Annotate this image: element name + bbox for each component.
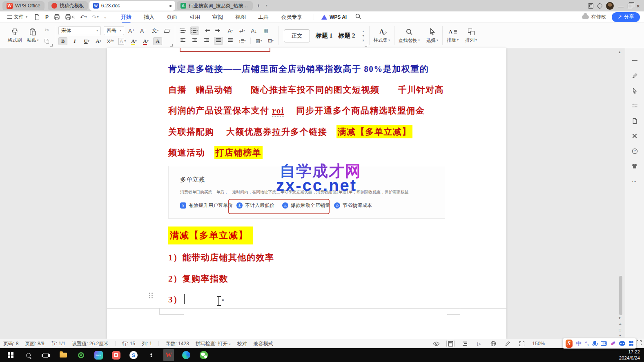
font-color-button[interactable]: A▾	[141, 37, 150, 45]
status-section[interactable]: 节: 1/1	[51, 340, 65, 347]
wps-home-tab[interactable]: W WPS Office	[2, 1, 45, 10]
wps-ai-button[interactable]: WPS AI	[314, 14, 347, 20]
gallery-more-button[interactable]: ▾̲	[363, 39, 364, 42]
next-page-button[interactable]: ⏷	[619, 333, 622, 338]
minimize-button[interactable]	[618, 7, 624, 7]
status-setting[interactable]: 设置值: 26.2厘米	[72, 340, 109, 347]
toolbox-button[interactable]	[630, 131, 640, 141]
highlight-color-button[interactable]: A▾	[129, 37, 138, 45]
asian-layout-button[interactable]: ⇄▾	[238, 27, 247, 35]
browse-object-button[interactable]: ◻	[619, 328, 622, 332]
distribute-button[interactable]	[226, 37, 235, 45]
app-box-icon[interactable]	[597, 2, 603, 9]
sync-status[interactable]: 有修改	[582, 13, 606, 20]
char-border-button[interactable]: A▾	[118, 37, 127, 45]
status-page[interactable]: 页面: 8/9	[25, 340, 44, 347]
ime-voice-button[interactable]	[593, 342, 597, 345]
file-menu-button[interactable]: 文件 ▾	[4, 12, 31, 22]
ime-game-button[interactable]	[619, 341, 625, 346]
sogou-browser-button[interactable]: S	[128, 349, 139, 361]
green-app-button[interactable]	[76, 349, 86, 361]
select-tool-button[interactable]	[630, 86, 640, 95]
save-button[interactable]	[34, 14, 40, 20]
resource-search-button[interactable]	[630, 161, 640, 171]
ime-skin-button[interactable]	[611, 342, 615, 344]
status-proofread[interactable]: 校对	[237, 340, 247, 347]
page-view-button[interactable]	[446, 340, 455, 347]
layout-settings-icon[interactable]	[588, 3, 593, 9]
wechat-button[interactable]	[198, 349, 209, 361]
typeset-button[interactable]: A 排版▾	[443, 24, 462, 47]
start-button[interactable]	[5, 349, 16, 361]
wps-taskbar-button[interactable]: W	[163, 349, 174, 361]
help-button[interactable]	[630, 146, 640, 156]
tab-reference[interactable]: 引用	[189, 12, 201, 22]
group-expand-icon[interactable]	[365, 44, 367, 47]
numbering-button[interactable]: ▾	[190, 27, 199, 35]
scroll-thumb[interactable]	[619, 276, 622, 315]
ime-keyboard-button[interactable]	[601, 341, 607, 346]
undo-button[interactable]: ↶▾	[80, 14, 87, 20]
grow-font-button[interactable]: A⁺	[127, 27, 136, 35]
ime-toolbox-button[interactable]	[629, 341, 634, 346]
edit-mode-button[interactable]	[504, 340, 512, 347]
adjust-tool-button[interactable]	[630, 101, 640, 111]
format-painter-button[interactable]: 格式刷	[6, 25, 24, 47]
char-shading-button[interactable]: A	[153, 37, 162, 45]
previous-page-button[interactable]: ⏶	[619, 322, 622, 326]
settings-button[interactable]	[146, 349, 156, 361]
align-right-button[interactable]	[202, 37, 211, 45]
font-size-select[interactable]: 四号▾	[104, 26, 124, 35]
document-page[interactable]: 肯定是多链接——店铺里面全店动销率指数高于 80%是加权重的 自播 赠品动销 随…	[107, 48, 506, 339]
line-spacing-button[interactable]: ↕▾	[238, 37, 247, 45]
redo-button[interactable]: ↷▾	[92, 14, 99, 20]
sogou-logo-icon[interactable]: S	[566, 340, 573, 348]
customize-quick-access-button[interactable]: ⌄	[104, 15, 107, 19]
tab-view[interactable]: 视图	[234, 12, 247, 22]
paste-button[interactable]: 粘贴▾	[24, 25, 42, 47]
expand-status-button[interactable]	[637, 340, 642, 345]
bold-button[interactable]: B	[58, 37, 67, 45]
export-pdf-button[interactable]: P	[45, 14, 49, 20]
search-command-button[interactable]	[355, 13, 361, 21]
iam-app-button[interactable]: iam	[93, 349, 104, 361]
close-button[interactable]: ×	[636, 3, 640, 9]
bullets-button[interactable]: ▾	[178, 27, 187, 35]
justify-button[interactable]	[214, 37, 223, 45]
tab-grid-button[interactable]: ▦	[261, 27, 270, 35]
file-explorer-button[interactable]	[58, 349, 69, 361]
find-replace-button[interactable]: 查找替换▾	[395, 24, 423, 47]
doc-tab-active[interactable]: W 6.23.doc	[89, 1, 175, 11]
status-word-count[interactable]: 字数: 1423	[165, 340, 189, 347]
align-center-button[interactable]	[190, 37, 199, 45]
more-tools-button[interactable]: ⋯	[630, 176, 640, 186]
borders-button[interactable]: ⊞▾	[266, 37, 275, 45]
style-set-button[interactable]: A 样式集▾	[370, 24, 394, 47]
increase-indent-button[interactable]	[214, 27, 223, 35]
group-expand-icon[interactable]	[50, 44, 53, 47]
collapse-panel-button[interactable]	[630, 56, 640, 65]
quick-calc-button[interactable]	[630, 116, 640, 126]
status-spell-check[interactable]: 拼写检查: 打开 ▾	[196, 340, 231, 347]
gallery-down-button[interactable]: ▾	[363, 34, 364, 38]
edge-browser-button[interactable]	[181, 349, 192, 361]
align-left-button[interactable]	[178, 37, 187, 45]
style-heading2[interactable]: 标题 2	[338, 32, 355, 40]
select-button[interactable]: 选择▾	[423, 24, 441, 47]
tab-page[interactable]: 页面	[166, 12, 178, 22]
vertical-scrollbar[interactable]: ▴ ▾ ⏶ ◻ ⏷	[617, 48, 624, 339]
style-normal[interactable]: 正文	[284, 29, 310, 42]
doc-tab-template[interactable]: 找稿壳模板	[48, 1, 88, 10]
underline-button[interactable]: U▾	[82, 37, 91, 45]
style-heading1[interactable]: 标题 1	[316, 32, 332, 40]
user-avatar[interactable]	[606, 2, 614, 10]
eye-protect-button[interactable]	[432, 340, 440, 347]
cut-button[interactable]: ✂	[42, 26, 51, 34]
tab-member[interactable]: 会员专享	[280, 12, 303, 22]
annotate-pen-button[interactable]	[630, 71, 640, 80]
web-view-button[interactable]	[489, 340, 497, 347]
print-button[interactable]	[53, 14, 60, 20]
sort-button[interactable]: A↓	[250, 27, 258, 35]
taskbar-search-button[interactable]	[23, 349, 33, 361]
arrange-button[interactable]: 排列▾	[462, 24, 480, 47]
